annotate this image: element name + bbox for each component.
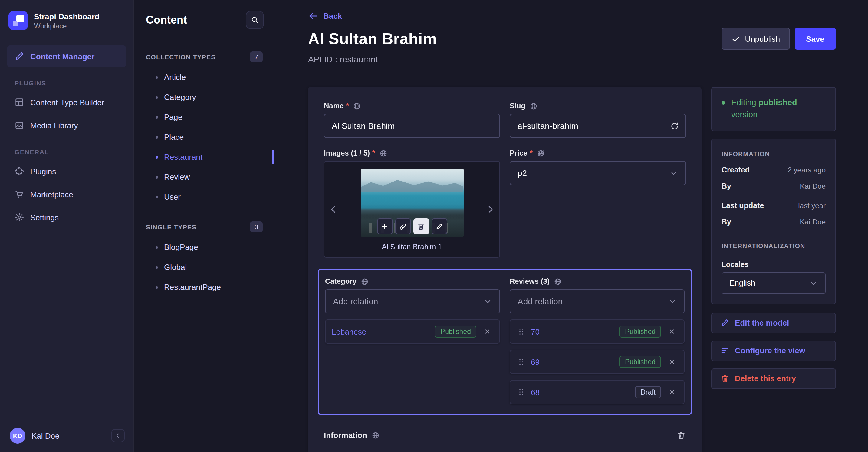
copy-link-button[interactable]	[395, 219, 411, 234]
close-icon	[668, 358, 676, 365]
delete-component-button[interactable]	[677, 431, 686, 440]
single-types-label: SINGLE TYPES	[146, 223, 196, 230]
sidebar-item-blogpage[interactable]: BlogPage	[134, 237, 274, 257]
status-badge: Published	[620, 326, 661, 337]
sidebar-item-user[interactable]: User	[134, 187, 274, 207]
unpublish-button[interactable]: Unpublish	[721, 28, 790, 50]
relation-item-review: 70 Published	[510, 320, 685, 344]
nav-item-content-manager[interactable]: Content Manager	[7, 45, 126, 67]
remove-relation-button[interactable]	[666, 356, 678, 368]
category-add-relation-combobox[interactable]: Add relation	[325, 289, 500, 314]
info-label: By	[721, 182, 731, 190]
field-images: Images (1 / 5)*	[324, 149, 500, 258]
collapse-nav-button[interactable]	[112, 429, 125, 442]
api-id: API ID : restaurant	[308, 55, 836, 64]
workspace-brand[interactable]: Strapi Dashboard Workplace	[7, 7, 126, 37]
globe-icon	[530, 102, 537, 110]
check-icon	[731, 34, 740, 43]
avatar: KD	[10, 428, 25, 444]
sidebar-item-global[interactable]: Global	[134, 257, 274, 277]
photo-mountains	[361, 177, 463, 192]
pencil-icon	[435, 222, 443, 230]
locales-label: Locales	[721, 260, 826, 268]
sidebar-item-restaurantpage[interactable]: RestaurantPage	[134, 277, 274, 297]
back-link[interactable]: Back	[308, 11, 342, 21]
nav-item-label: Plugins	[30, 167, 56, 176]
info-value: 2 years ago	[788, 165, 826, 174]
drag-handle[interactable]	[516, 357, 526, 367]
collection-types-label: COLLECTION TYPES	[146, 53, 216, 61]
regenerate-slug-button[interactable]	[666, 118, 682, 134]
refresh-icon	[670, 121, 679, 130]
sidebar-item-review[interactable]: Review	[134, 167, 274, 187]
sidebar-item-label: Restaurant	[164, 153, 203, 162]
content-subnav: Content COLLECTION TYPES 7 Article Categ…	[134, 0, 274, 452]
remove-relation-button[interactable]	[481, 326, 493, 337]
close-icon	[484, 328, 491, 335]
field-reviews: Reviews (3) Add relation 70 Published	[510, 277, 685, 404]
unpublish-label: Unpublish	[745, 34, 780, 43]
drag-handle[interactable]	[516, 387, 526, 397]
category-label: Category	[325, 277, 356, 286]
globe-icon	[361, 278, 369, 285]
user-row: KD Kai Doe	[7, 424, 126, 445]
trash-icon	[417, 222, 425, 230]
nav-item-label: Content Manager	[30, 52, 94, 61]
trash-icon	[677, 431, 686, 440]
relations-highlight-group: Category Add relation Lebanese Published	[318, 269, 692, 415]
sidebar-item-article[interactable]: Article	[134, 67, 274, 87]
remove-relation-button[interactable]	[666, 326, 678, 337]
drag-handle[interactable]	[516, 327, 526, 336]
combobox-placeholder: Add relation	[518, 296, 563, 306]
relation-link[interactable]: Lebanese	[332, 327, 430, 336]
edit-model-label: Edit the model	[735, 318, 789, 327]
drag-handle-icon	[516, 327, 526, 336]
carousel-prev-button[interactable]	[327, 203, 340, 216]
sidebar-item-place[interactable]: Place	[134, 127, 274, 147]
nav-section-general: GENERAL	[14, 148, 119, 156]
info-label: Last update	[721, 201, 764, 209]
field-price: Price* p2	[510, 149, 686, 258]
nav-item-content-type-builder[interactable]: Content-Type Builder	[7, 91, 126, 113]
remove-relation-button[interactable]	[666, 386, 678, 398]
slug-input[interactable]	[510, 114, 686, 138]
relation-link[interactable]: 69	[531, 357, 615, 366]
sidebar-item-page[interactable]: Page	[134, 107, 274, 127]
field-slug: Slug	[510, 102, 686, 138]
back-arrow-icon	[308, 11, 318, 21]
info-value: last year	[798, 201, 826, 209]
sidebar-item-restaurant[interactable]: Restaurant	[134, 147, 274, 167]
relation-link[interactable]: 70	[531, 327, 615, 336]
reviews-add-relation-combobox[interactable]: Add relation	[510, 289, 685, 314]
nav-item-plugins[interactable]: Plugins	[7, 160, 126, 182]
page-title: Al Sultan Brahim	[308, 29, 437, 48]
nav-item-settings[interactable]: Settings	[7, 206, 126, 228]
delete-entry-button[interactable]: Delete this entry	[711, 368, 836, 389]
information-label: Information	[324, 431, 367, 440]
settings-icon	[14, 213, 24, 222]
edit-model-button[interactable]: Edit the model	[711, 313, 836, 333]
delete-media-button[interactable]	[413, 219, 429, 234]
search-button[interactable]	[246, 11, 264, 29]
edit-media-button[interactable]	[431, 219, 447, 234]
nav-item-label: Settings	[30, 213, 59, 222]
nav-item-marketplace[interactable]: Marketplace	[7, 183, 126, 205]
divider	[0, 39, 133, 39]
sidebar-item-category[interactable]: Category	[134, 87, 274, 107]
globe-icon	[554, 278, 562, 285]
strapi-app: Strapi Dashboard Workplace Content Manag…	[0, 0, 868, 452]
nav-item-media-library[interactable]: Media Library	[7, 115, 126, 136]
name-input[interactable]	[324, 114, 500, 138]
single-types-count-badge: 3	[250, 222, 263, 232]
nav-section-plugins: PLUGINS	[14, 79, 119, 87]
configure-view-button[interactable]: Configure the view	[711, 341, 836, 361]
add-media-button[interactable]	[377, 219, 393, 234]
info-value: Kai Doe	[800, 182, 826, 190]
relation-link[interactable]: 68	[531, 388, 630, 397]
save-button[interactable]: Save	[795, 28, 836, 50]
locale-select[interactable]: English	[721, 272, 826, 294]
relation-item-review: 68 Draft	[510, 380, 685, 404]
price-select[interactable]: p2	[510, 161, 686, 185]
collection-types-list: Article Category Page Place Restaurant R…	[134, 67, 274, 207]
carousel-next-button[interactable]	[484, 203, 497, 216]
